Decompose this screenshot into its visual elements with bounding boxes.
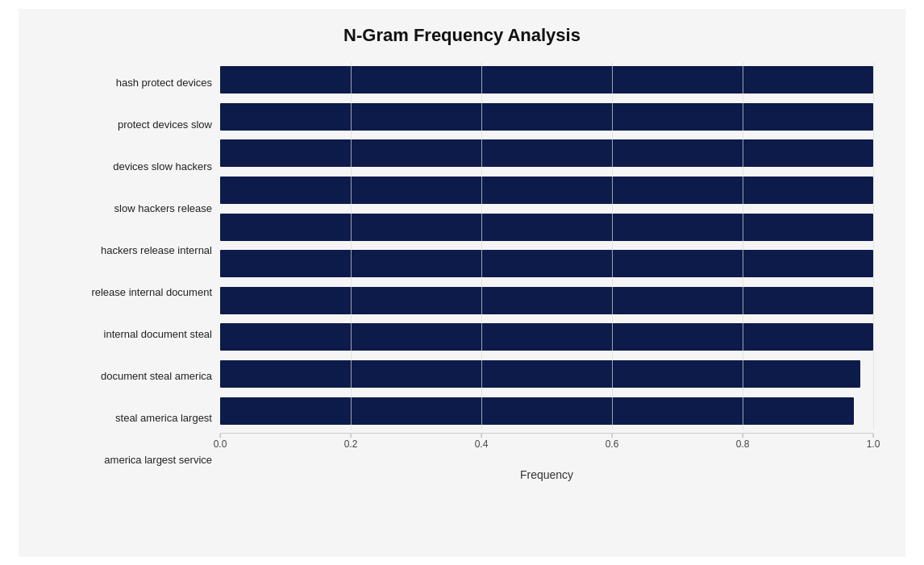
bar-row	[220, 101, 873, 133]
y-labels: hash protect devicesprotect devices slow…	[51, 62, 220, 481]
bar	[220, 323, 873, 351]
y-label: devices slow hackers	[51, 160, 212, 173]
chart-container: N-Gram Frequency Analysis hash protect d…	[19, 9, 905, 557]
y-label: protect devices slow	[51, 118, 212, 131]
bar-row	[220, 247, 873, 280]
x-tick: 0.6	[606, 434, 619, 450]
bar-row	[220, 211, 873, 243]
y-label: hackers release internal	[51, 244, 212, 257]
bar-row	[220, 64, 873, 96]
x-tick: 0.0	[214, 434, 227, 450]
bar-row	[220, 358, 873, 390]
bar	[220, 250, 873, 277]
bar	[220, 139, 873, 167]
x-tick: 0.2	[344, 434, 358, 450]
bar-row	[220, 321, 873, 353]
y-label: steal america largest	[51, 412, 212, 425]
bars-and-xaxis: 0.00.20.40.60.81.0 Frequency	[220, 62, 873, 481]
bar-row	[220, 395, 873, 427]
x-tick: 0.8	[736, 434, 750, 450]
bars-area	[220, 62, 873, 430]
bar	[220, 103, 873, 131]
grid-line	[873, 62, 874, 430]
y-label: internal document steal	[51, 328, 212, 341]
x-axis: 0.00.20.40.60.81.0	[220, 433, 873, 465]
chart-area: hash protect devicesprotect devices slow…	[51, 62, 873, 481]
bar	[220, 397, 854, 425]
bar	[220, 214, 873, 241]
x-axis-label: Frequency	[220, 468, 873, 481]
bar-row	[220, 137, 873, 169]
y-label: slow hackers release	[51, 202, 212, 215]
bar	[220, 66, 873, 93]
chart-title: N-Gram Frequency Analysis	[51, 25, 873, 46]
y-label: america largest service	[51, 454, 212, 467]
bar	[220, 177, 873, 204]
x-tick: 0.4	[475, 434, 489, 450]
bar	[220, 287, 873, 314]
bar-row	[220, 174, 873, 206]
x-tick: 1.0	[867, 434, 880, 450]
y-label: document steal america	[51, 370, 212, 383]
bar	[220, 360, 860, 388]
y-label: release internal document	[51, 286, 212, 299]
y-label: hash protect devices	[51, 77, 212, 89]
bar-row	[220, 285, 873, 317]
